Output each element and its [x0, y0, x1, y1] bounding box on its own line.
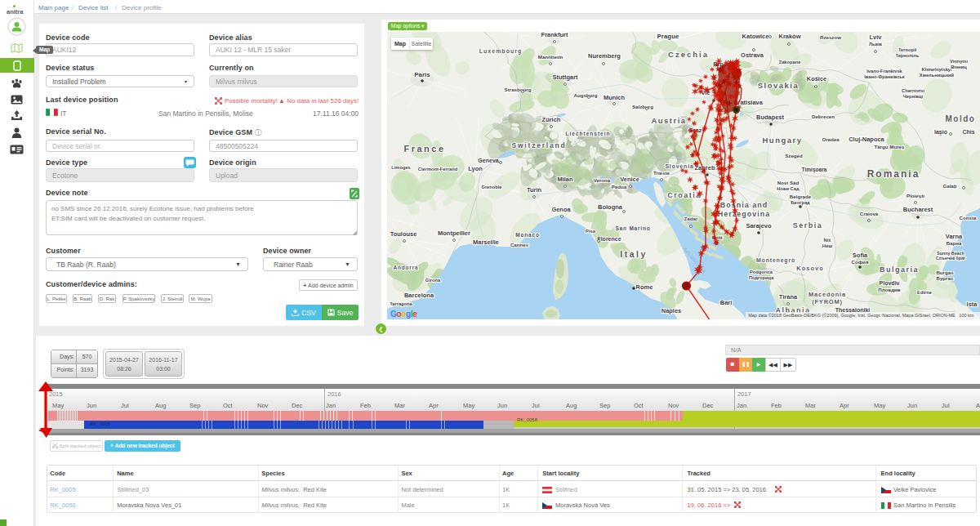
svg-text:Kraków: Kraków: [779, 33, 801, 40]
svg-text:Rome: Rome: [636, 283, 653, 291]
svg-text:Stuttgart: Stuttgart: [552, 74, 578, 81]
svg-text:Тернопіль: Тернопіль: [895, 53, 920, 58]
svg-text:Bulgaria: Bulgaria: [880, 265, 919, 274]
svg-text:Strasbourg: Strasbourg: [505, 87, 532, 92]
svg-text:Cannes: Cannes: [510, 242, 529, 247]
svg-text:Andorra: Andorra: [394, 265, 419, 270]
svg-text:Slovenia: Slovenia: [665, 163, 693, 169]
svg-text:Пловдив: Пловдив: [878, 287, 900, 292]
svg-text:Monaco: Monaco: [515, 232, 539, 238]
svg-text:Нови Сад: Нови Сад: [777, 186, 800, 191]
svg-text:Padua: Padua: [612, 184, 627, 189]
svg-text:Austria: Austria: [651, 116, 686, 125]
svg-text:Luxembourg: Luxembourg: [479, 48, 522, 55]
svg-text:Bari: Bari: [720, 299, 733, 306]
svg-text:София: София: [852, 259, 869, 265]
svg-text:Cluj-Napoca: Cluj-Napoca: [849, 136, 884, 143]
svg-text:Подгорица: Подгорица: [749, 275, 775, 280]
svg-text:Split: Split: [711, 234, 722, 240]
svg-text:Варна: Варна: [947, 240, 962, 246]
svg-text:Varna: Varna: [946, 233, 963, 240]
svg-text:Clermont-Ferrand: Clermont-Ferrand: [418, 167, 458, 172]
svg-text:Hungary: Hungary: [762, 136, 802, 145]
svg-text:Chernivtsi: Chernivtsi: [902, 88, 924, 93]
svg-text:Bucharest: Bucharest: [903, 206, 933, 213]
svg-text:Ostrava: Ostrava: [741, 51, 764, 59]
svg-text:Івано-Франківськ: Івано-Франківськ: [864, 74, 905, 79]
svg-text:Târgu Mureş: Târgu Mureş: [875, 144, 906, 149]
svg-text:Košice: Košice: [807, 75, 827, 82]
svg-text:San Marino: San Marino: [615, 225, 650, 231]
svg-text:Београд: Београд: [791, 200, 810, 205]
svg-text:Romania: Romania: [867, 168, 920, 180]
svg-text:France: France: [403, 144, 445, 154]
svg-text:Verona: Verona: [594, 177, 611, 183]
svg-text:Moldo: Moldo: [946, 114, 976, 123]
svg-text:Khmelnytskyi: Khmelnytskyi: [921, 67, 952, 72]
svg-text:Czechia: Czechia: [668, 50, 709, 59]
svg-text:Pisa: Pisa: [586, 229, 596, 234]
svg-text:Edirne: Edirne: [917, 290, 932, 295]
svg-text:Craiova: Craiova: [860, 211, 879, 216]
svg-text:Хмельницький: Хмельницький: [920, 73, 955, 78]
svg-text:Plovdiv: Plovdiv: [879, 280, 899, 286]
svg-text:Sofia: Sofia: [853, 252, 868, 259]
svg-text:Genoa: Genoa: [551, 206, 571, 213]
svg-text:Katowice: Katowice: [742, 33, 769, 40]
svg-text:Mannheim: Mannheim: [538, 54, 564, 60]
svg-text:Niš: Niš: [824, 238, 831, 243]
svg-text:Zadar: Zadar: [684, 216, 698, 221]
svg-text:Barcelona: Barcelona: [404, 292, 434, 299]
svg-text:Бургас: Бургас: [937, 275, 954, 281]
svg-text:Naples: Naples: [662, 307, 682, 314]
svg-text:Ternopil: Ternopil: [898, 47, 917, 52]
svg-text:Florence: Florence: [597, 236, 621, 242]
svg-text:Girona: Girona: [425, 278, 441, 283]
svg-text:Toulouse: Toulouse: [390, 230, 417, 238]
svg-text:Szeged: Szeged: [785, 153, 803, 158]
svg-text:Zakopane: Zakopane: [779, 60, 801, 65]
svg-text:Salzburg: Salzburg: [632, 104, 653, 109]
svg-text:Slovakia: Slovakia: [758, 81, 800, 90]
svg-text:Tirana: Tirana: [779, 293, 798, 301]
svg-text:Вінниц: Вінниц: [951, 65, 967, 69]
svg-text:Tarragona: Tarragona: [390, 301, 412, 306]
svg-text:Vinnytsi: Vinnytsi: [950, 59, 969, 64]
svg-text:Oradea: Oradea: [822, 136, 840, 142]
svg-text:Prague: Prague: [657, 33, 679, 40]
svg-text:Munich: Munich: [604, 94, 626, 101]
svg-text:Novi Sad: Novi Sad: [777, 180, 800, 185]
svg-text:Burgas: Burgas: [936, 270, 954, 275]
svg-text:Switzerland: Switzerland: [511, 141, 566, 149]
svg-text:Belgrade: Belgrade: [790, 194, 812, 199]
svg-text:Herzegovina: Herzegovina: [718, 210, 771, 218]
svg-text:Rzeszow: Rzeszow: [820, 34, 841, 40]
svg-text:(FYROM): (FYROM): [812, 298, 843, 305]
svg-text:Croatia: Croatia: [667, 191, 702, 199]
svg-text:Bologna: Bologna: [598, 203, 623, 211]
svg-text:Чернівці: Чернівці: [903, 94, 924, 99]
svg-text:Lyon: Lyon: [468, 165, 483, 172]
svg-text:Marseille: Marseille: [473, 238, 499, 246]
svg-text:Montenegro: Montenegro: [756, 257, 795, 264]
svg-text:Podgorica: Podgorica: [750, 270, 773, 274]
svg-text:Paris: Paris: [414, 71, 430, 78]
svg-text:Geneva: Geneva: [478, 158, 498, 163]
svg-text:Milan: Milan: [557, 176, 573, 183]
svg-text:Galaţi: Galaţi: [942, 183, 956, 189]
svg-text:Timişoara: Timişoara: [801, 167, 826, 173]
svg-text:Sarajevo: Sarajevo: [746, 222, 772, 230]
svg-text:Limoges: Limoges: [391, 165, 411, 170]
svg-text:Zürich: Zürich: [542, 116, 561, 123]
svg-text:Budapest: Budapest: [756, 114, 785, 121]
svg-text:Ploieşti: Ploieşti: [906, 193, 924, 198]
svg-text:Trieste: Trieste: [653, 170, 670, 176]
svg-text:Chis: Chis: [962, 129, 974, 135]
svg-text:Kosovo: Kosovo: [796, 265, 824, 272]
svg-text:Frankfurt: Frankfurt: [541, 32, 568, 38]
svg-text:Львів: Львів: [869, 42, 883, 47]
svg-text:Nuremberg: Nuremberg: [588, 52, 621, 60]
svg-text:Iaşio: Iaşio: [934, 129, 948, 136]
svg-text:Venice: Venice: [620, 176, 639, 183]
svg-text:Lviv: Lviv: [870, 33, 883, 41]
